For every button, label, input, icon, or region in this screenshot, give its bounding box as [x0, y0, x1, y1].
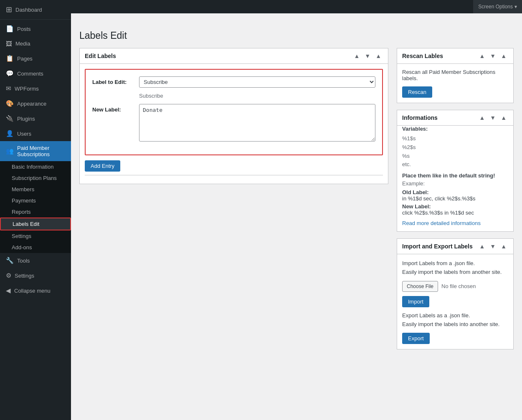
import-export-header: Import and Export Labels ▲ ▼ ▲	[397, 239, 513, 254]
import-export-down-button[interactable]: ▼	[488, 242, 497, 250]
informations-title: Informations	[402, 114, 438, 121]
side-column: Rescan Lables ▲ ▼ ▲ Rescan all Paid Memb…	[397, 48, 514, 356]
sidebar-item-comments[interactable]: 💬 Comments	[0, 66, 71, 81]
submenu-item-basic-info[interactable]: Basic Information	[0, 161, 71, 172]
sidebar-item-label: Users	[17, 131, 31, 137]
submenu-item-add-ons[interactable]: Add-ons	[0, 242, 71, 253]
read-more-link[interactable]: Read more detailed informations	[402, 220, 481, 226]
old-label-value: in %1$d sec, click %2$s.%3$s	[402, 195, 476, 202]
edit-labels-metabox: Edit Labels ▲ ▼ ▲ Label to Edit: Sub	[79, 48, 388, 184]
import-export-title: Import and Export Labels	[402, 243, 473, 250]
label-to-edit-select[interactable]: Subscribe	[139, 76, 375, 88]
rescan-toggle-button[interactable]: ▲	[499, 52, 508, 60]
submenu-item-members[interactable]: Members	[0, 184, 71, 195]
main-content: Labels Edit Edit Labels ▲ ▼ ▲ Label to E…	[71, 13, 522, 420]
info-toggle-button[interactable]: ▲	[499, 114, 508, 122]
submenu-item-payments[interactable]: Payments	[0, 195, 71, 206]
edit-labels-header: Edit Labels ▲ ▼ ▲	[80, 48, 388, 64]
chevron-down-icon: ▾	[514, 4, 517, 10]
rescan-description: Rescan all Paid Member Subscriptions lab…	[402, 69, 508, 81]
informations-body: Variables: %1$s %2$s %s etc. Place them …	[397, 126, 513, 231]
rescan-up-button[interactable]: ▲	[477, 52, 487, 60]
sidebar-item-label: WPForms	[15, 86, 39, 92]
export-button[interactable]: Export	[402, 333, 430, 344]
var-3: %s	[402, 152, 508, 161]
add-entry-button[interactable]: Add Entry	[85, 160, 120, 172]
sidebar-item-paid-member[interactable]: 👥 Paid Member Subscriptions	[0, 141, 71, 161]
paid-member-icon: 👥	[6, 147, 14, 155]
old-label-title: Old Label:	[402, 189, 429, 195]
screen-options-button[interactable]: Screen Options ▾	[473, 0, 522, 13]
info-controls: ▲ ▼ ▲	[477, 114, 508, 122]
info-up-button[interactable]: ▲	[477, 114, 487, 122]
collapse-icon: ◀	[6, 287, 11, 294]
sidebar-item-label: Comments	[17, 71, 43, 77]
import-button[interactable]: Import	[402, 296, 429, 307]
users-icon: 👤	[6, 130, 14, 137]
main-column: Edit Labels ▲ ▼ ▲ Label to Edit: Sub	[79, 48, 388, 191]
import-export-toggle-button[interactable]: ▲	[499, 242, 508, 250]
toggle-button[interactable]: ▲	[374, 52, 383, 60]
info-example: Example:	[402, 180, 508, 187]
new-label-textarea[interactable]: Donate	[139, 104, 375, 142]
sidebar-item-settings[interactable]: ⚙ Settings	[0, 268, 71, 283]
label-hint: Subscribe	[92, 93, 375, 99]
metabox-controls: ▲ ▼ ▲	[352, 52, 383, 60]
paid-member-submenu: Basic Information Subscription Plans Mem…	[0, 161, 71, 253]
submenu-item-reports[interactable]: Reports	[0, 206, 71, 218]
sidebar-item-appearance[interactable]: 🎨 Appearance	[0, 96, 71, 111]
rescan-metabox: Rescan Lables ▲ ▼ ▲ Rescan all Paid Memb…	[397, 48, 514, 103]
rescan-button[interactable]: Rescan	[402, 86, 432, 98]
collapse-down-button[interactable]: ▼	[363, 52, 372, 60]
dashboard-icon: ⊞	[6, 5, 12, 14]
collapse-up-button[interactable]: ▲	[352, 52, 361, 60]
rescan-controls: ▲ ▼ ▲	[477, 52, 508, 60]
new-label-wrap: Donate	[139, 104, 375, 143]
new-label-title: New Label:	[402, 203, 431, 210]
label-to-edit-row: Label to Edit: Subscribe	[92, 76, 375, 88]
sidebar-item-wpforms[interactable]: ✉ WPForms	[0, 81, 71, 96]
page-title: Labels Edit	[79, 30, 514, 41]
sidebar-item-label: Paid Member Subscriptions	[17, 145, 65, 157]
sidebar-item-posts[interactable]: 📄 Posts	[0, 21, 71, 36]
var-2: %2$s	[402, 143, 508, 152]
import-export-up-button[interactable]: ▲	[477, 242, 487, 250]
sidebar-item-label: Tools	[17, 258, 30, 264]
file-input-row: Choose File No file chosen	[402, 281, 508, 292]
export-desc: Export Labels as a .json file. Easily im…	[402, 311, 508, 329]
new-label-row: New Label: Donate	[92, 104, 375, 143]
comments-icon: 💬	[6, 70, 14, 77]
sidebar-item-users[interactable]: 👤 Users	[0, 126, 71, 141]
submenu-item-settings[interactable]: Settings	[0, 230, 71, 242]
posts-icon: 📄	[6, 25, 14, 33]
edit-labels-body: Label to Edit: Subscribe Subscribe New L…	[80, 64, 388, 184]
rescan-down-button[interactable]: ▼	[488, 52, 497, 60]
sidebar-nav: 📄 Posts 🖼 Media 📋 Pages 💬 Comments ✉ WPF…	[0, 21, 71, 298]
label-to-edit-wrap: Subscribe	[139, 76, 375, 88]
media-icon: 🖼	[6, 40, 12, 47]
sidebar-item-plugins[interactable]: 🔌 Plugins	[0, 111, 71, 126]
import-export-body: Import Labels from a .json file. Easily …	[397, 254, 513, 349]
sidebar-item-pages[interactable]: 📋 Pages	[0, 51, 71, 66]
submenu-item-labels-edit[interactable]: Labels Edit	[0, 218, 71, 230]
rescan-body: Rescan all Paid Member Subscriptions lab…	[397, 64, 513, 103]
sidebar-logo[interactable]: ⊞ Dashboard	[0, 0, 71, 20]
sidebar-item-collapse[interactable]: ◀ Collapse menu	[0, 283, 71, 298]
sidebar-item-media[interactable]: 🖼 Media	[0, 36, 71, 51]
edit-labels-title: Edit Labels	[85, 53, 116, 59]
info-down-button[interactable]: ▼	[488, 114, 497, 122]
sidebar-item-tools[interactable]: 🔧 Tools	[0, 253, 71, 268]
sidebar-logo-label: Dashboard	[15, 7, 42, 13]
informations-header: Informations ▲ ▼ ▲	[397, 110, 513, 126]
submenu-item-subscription-plans[interactable]: Subscription Plans	[0, 172, 71, 184]
appearance-icon: 🎨	[6, 100, 14, 107]
topbar: Screen Options ▾	[71, 0, 522, 13]
sidebar: ⊞ Dashboard 📄 Posts 🖼 Media 📋 Pages 💬 Co…	[0, 0, 71, 420]
variables-label: Variables:	[402, 126, 508, 132]
rescan-header: Rescan Lables ▲ ▼ ▲	[397, 48, 513, 64]
choose-file-button[interactable]: Choose File	[402, 281, 438, 292]
rescan-title: Rescan Lables	[402, 53, 443, 59]
sidebar-collapse-label: Collapse menu	[14, 288, 51, 294]
new-label-value: click %2$s.%3$s in %1$d sec	[402, 210, 474, 216]
content-layout: Edit Labels ▲ ▼ ▲ Label to Edit: Sub	[79, 48, 514, 356]
